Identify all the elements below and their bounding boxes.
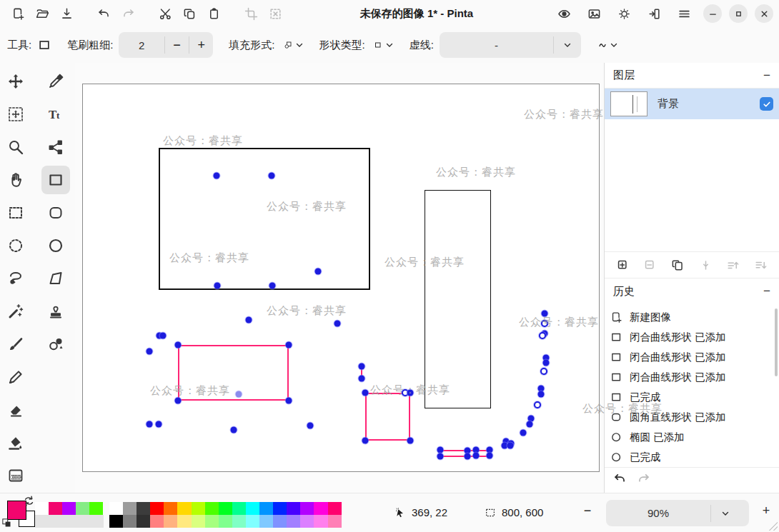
control-point[interactable]	[437, 453, 444, 460]
palette-color-swatch[interactable]	[109, 502, 123, 515]
redo-button[interactable]	[116, 4, 140, 24]
history-item[interactable]: 椭圆 已添加	[610, 427, 779, 447]
tool-pan[interactable]	[1, 166, 30, 194]
layers-collapse-button[interactable]: −	[763, 69, 770, 83]
undo-button[interactable]	[91, 4, 116, 24]
control-point[interactable]	[286, 342, 292, 348]
palette-color-swatch[interactable]	[205, 515, 219, 528]
main-menu-button[interactable]	[672, 4, 696, 24]
control-point[interactable]	[540, 368, 547, 375]
view-menu-button[interactable]	[552, 4, 576, 24]
history-scrollbar[interactable]	[775, 308, 778, 376]
antialiasing-dropdown[interactable]	[595, 41, 618, 49]
control-point[interactable]	[362, 390, 369, 396]
dash-pattern-chevron[interactable]	[554, 32, 581, 58]
lower-layer-button[interactable]	[750, 255, 772, 275]
control-point[interactable]	[507, 443, 514, 449]
control-point[interactable]	[473, 453, 480, 459]
control-point[interactable]	[214, 173, 220, 179]
new-image-button[interactable]	[6, 4, 30, 24]
add-layer-button[interactable]	[612, 255, 633, 275]
zoom-in-button[interactable]: +	[758, 503, 775, 518]
control-point[interactable]	[543, 360, 550, 366]
addins-menu-button[interactable]	[642, 4, 666, 24]
palette-color-swatch[interactable]	[164, 502, 177, 515]
raise-layer-button[interactable]	[723, 255, 744, 275]
control-point[interactable]	[246, 317, 252, 323]
history-item[interactable]: 已完成	[610, 387, 779, 407]
palette-color-swatch[interactable]	[123, 502, 137, 515]
control-point[interactable]	[231, 427, 237, 433]
history-redo-button[interactable]	[637, 472, 650, 488]
swap-colors-button[interactable]	[23, 495, 35, 510]
tool-recolor[interactable]	[41, 330, 70, 358]
tool-rectangle-select[interactable]	[1, 199, 30, 227]
deselect-button[interactable]	[263, 4, 287, 24]
palette-color-swatch[interactable]	[246, 515, 259, 528]
dash-pattern-combo[interactable]: -	[440, 32, 581, 58]
palette-color-swatch[interactable]	[192, 515, 205, 528]
recent-color-swatch[interactable]	[35, 502, 49, 515]
save-button[interactable]	[54, 4, 79, 24]
control-point[interactable]	[269, 173, 275, 179]
resize-grip[interactable]	[769, 522, 778, 531]
control-point[interactable]	[362, 438, 369, 444]
control-point[interactable]	[334, 321, 341, 327]
palette-color-swatch[interactable]	[314, 515, 327, 528]
cut-button[interactable]	[153, 4, 177, 24]
minimize-button[interactable]	[703, 4, 722, 23]
control-point[interactable]	[437, 447, 444, 453]
recent-color-swatch[interactable]	[76, 502, 89, 515]
control-point[interactable]	[527, 421, 533, 428]
control-point[interactable]	[465, 453, 471, 460]
active-shape-rectangle[interactable]	[365, 393, 410, 441]
palette-color-swatch[interactable]	[137, 515, 150, 528]
palette-color-swatch[interactable]	[328, 502, 342, 515]
control-point[interactable]	[541, 320, 548, 327]
history-item[interactable]: 圆角直线形状 已添加	[610, 407, 779, 427]
adjustments-menu-button[interactable]	[612, 4, 636, 24]
brush-width-increase-button[interactable]: +	[189, 32, 213, 58]
palette-color-swatch[interactable]	[273, 502, 287, 515]
tool-eraser[interactable]	[1, 396, 30, 424]
tool-line-curve[interactable]	[41, 133, 70, 161]
reset-colors-button[interactable]	[1, 518, 12, 531]
current-tool-indicator[interactable]	[37, 38, 51, 52]
control-point[interactable]	[359, 363, 365, 370]
color-picker-widget[interactable]	[1, 496, 36, 531]
control-point[interactable]	[147, 421, 153, 428]
palette-color-swatch[interactable]	[219, 515, 232, 528]
control-point[interactable]	[156, 421, 162, 428]
tool-freeform-shape[interactable]	[41, 264, 70, 293]
recent-color-swatch[interactable]	[49, 502, 62, 515]
palette-color-swatch[interactable]	[287, 502, 300, 515]
tool-clone-stamp[interactable]	[41, 297, 70, 326]
palette-color-swatch[interactable]	[137, 502, 150, 515]
palette-color-swatch[interactable]	[246, 502, 259, 515]
control-point[interactable]	[520, 430, 527, 436]
merge-layer-down-button[interactable]	[695, 255, 716, 275]
tool-text[interactable]: Tt	[41, 100, 70, 129]
palette-color-swatch[interactable]	[259, 515, 273, 528]
control-point[interactable]	[542, 311, 548, 317]
history-item[interactable]: 闭合曲线形状 已添加	[610, 367, 779, 387]
control-point[interactable]	[538, 391, 545, 398]
palette-color-swatch[interactable]	[150, 515, 164, 528]
palette-color-swatch[interactable]	[219, 502, 232, 515]
remove-layer-button[interactable]	[640, 255, 661, 275]
tool-pencil[interactable]	[1, 363, 30, 391]
history-item[interactable]: 闭合曲线形状 已添加	[610, 347, 779, 367]
control-point[interactable]	[147, 348, 153, 355]
control-point[interactable]	[407, 438, 414, 444]
duplicate-layer-button[interactable]	[668, 255, 689, 275]
drawing-canvas[interactable]	[82, 84, 600, 472]
palette-color-swatch[interactable]	[287, 515, 300, 528]
history-collapse-button[interactable]: −	[763, 284, 770, 298]
tool-color-picker[interactable]	[41, 67, 70, 96]
tool-gradient[interactable]	[1, 461, 30, 490]
history-item[interactable]: 已完成	[610, 447, 779, 467]
tool-ellipse[interactable]	[41, 231, 70, 260]
tool-lasso-select[interactable]	[1, 264, 30, 293]
palette-color-swatch[interactable]	[232, 502, 246, 515]
zoom-out-button[interactable]: −	[579, 503, 596, 518]
